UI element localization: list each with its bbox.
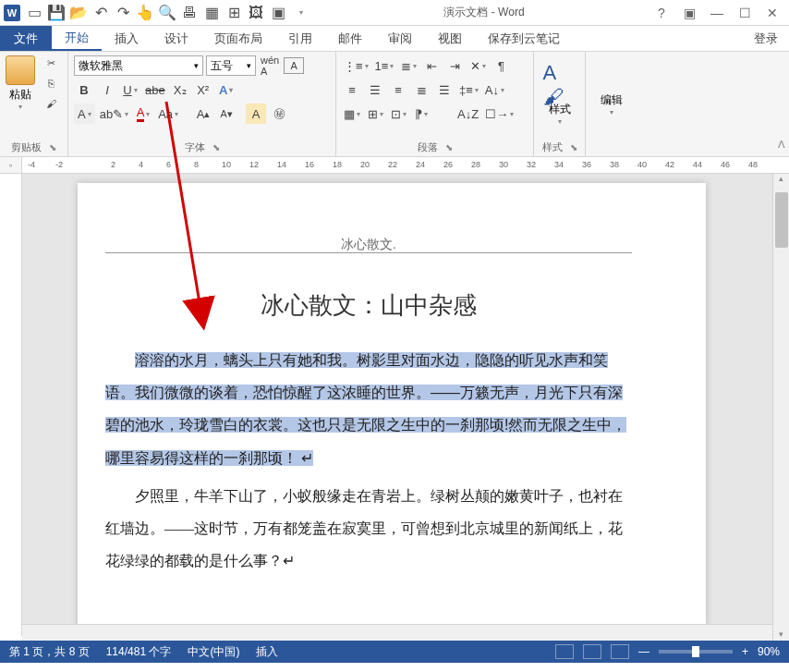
table2-icon[interactable]: ⊞ — [225, 5, 242, 21]
undo-icon[interactable]: ↶ — [92, 5, 109, 21]
picture-icon[interactable]: 🖼 — [248, 5, 264, 21]
tab-insert[interactable]: 插入 — [102, 26, 152, 51]
format-painter-icon[interactable]: 🖌 — [42, 96, 59, 111]
horizontal-ruler[interactable]: ▫ -4-22468101214161820222426283032343638… — [0, 157, 789, 174]
styles-launcher[interactable]: ⬊ — [570, 142, 577, 153]
char-shading-button[interactable]: A — [74, 104, 95, 124]
open-icon[interactable]: 📂 — [70, 5, 87, 21]
collapse-ribbon-icon[interactable]: ᐱ — [778, 139, 785, 151]
increase-indent-button[interactable]: ⇥ — [444, 55, 465, 76]
shading-button[interactable]: ▦ — [342, 104, 362, 124]
vertical-ruler[interactable] — [0, 174, 22, 636]
document-area: 冰心散文. 冰心散文：山中杂感 溶溶的水月，螭头上只有她和我。树影里对面水边，隐… — [0, 174, 789, 636]
qat-more-icon[interactable] — [292, 5, 309, 21]
document-page[interactable]: 冰心散文. 冰心散文：山中杂感 溶溶的水月，螭头上只有她和我。树影里对面水边，隐… — [78, 183, 706, 636]
font-name-select[interactable]: 微软雅黑▾ — [74, 55, 203, 76]
multilevel-button[interactable]: ≣ — [398, 55, 419, 76]
save-icon[interactable]: 💾 — [48, 5, 65, 21]
quick-print-icon[interactable]: 🖶 — [181, 5, 198, 21]
paragraph-launcher[interactable]: ⬊ — [445, 142, 453, 153]
ruler-corner[interactable]: ▫ — [0, 157, 22, 174]
change-case-button[interactable]: Aa — [156, 104, 180, 124]
view-print-icon[interactable] — [583, 644, 601, 659]
ribbon-options-icon[interactable]: ▣ — [682, 6, 697, 20]
font-launcher[interactable]: ⬊ — [212, 142, 220, 153]
status-page[interactable]: 第 1 页，共 8 页 — [9, 644, 90, 660]
shrink-font-button[interactable]: A▾ — [216, 104, 237, 124]
bold-button[interactable]: B — [74, 79, 94, 100]
italic-button[interactable]: I — [97, 79, 117, 100]
cut-icon[interactable]: ✂ — [42, 55, 59, 70]
paste-icon[interactable] — [6, 55, 35, 85]
phonetic-guide-icon[interactable]: wénA — [259, 55, 281, 76]
enclose-char-button[interactable]: ㊙ — [269, 104, 289, 124]
show-marks-button[interactable]: ¶ — [491, 55, 511, 76]
subscript-button[interactable]: X₂ — [170, 79, 190, 100]
status-bar: 第 1 页，共 8 页 114/481 个字 中文(中国) 插入 — + 90% — [0, 641, 789, 663]
maximize-icon[interactable]: ☐ — [737, 6, 752, 20]
tab-review[interactable]: 审阅 — [375, 26, 425, 51]
scroll-thumb[interactable] — [775, 192, 788, 248]
redo-icon[interactable]: ↷ — [115, 5, 131, 21]
numbering-button[interactable]: 1≡ — [373, 55, 396, 76]
copy-icon[interactable]: ⎘ — [42, 76, 59, 91]
tab-mailings[interactable]: 邮件 — [325, 26, 375, 51]
tab-references[interactable]: 引用 — [275, 26, 325, 51]
char-border-icon[interactable]: A — [284, 57, 304, 74]
decrease-indent-button[interactable]: ⇤ — [421, 55, 442, 76]
status-mode[interactable]: 插入 — [256, 644, 278, 660]
styles-button[interactable]: A🖌 样式 ▾ — [540, 55, 579, 139]
vertical-scrollbar[interactable]: ▴ ▾ — [772, 174, 789, 641]
grow-font-button[interactable]: A▴ — [193, 104, 213, 124]
select-button[interactable]: ☐→ — [483, 104, 516, 124]
clear-format-button[interactable]: A — [246, 104, 266, 124]
align-distribute-button[interactable]: ☰ — [434, 79, 455, 100]
tab-view[interactable]: 视图 — [425, 26, 475, 51]
tab-layout[interactable]: 页面布局 — [201, 26, 275, 51]
align-justify-button[interactable]: ≣ — [411, 79, 431, 100]
tab-home[interactable]: 开始 — [52, 26, 102, 51]
align-left-button[interactable]: ≡ — [342, 79, 362, 100]
new-icon[interactable]: ▭ — [26, 5, 42, 21]
help-icon[interactable]: ? — [654, 6, 669, 20]
strikethrough-button[interactable]: abe — [143, 79, 167, 100]
clipboard-launcher[interactable]: ⬊ — [49, 142, 56, 153]
snap-grid-button[interactable]: ⊡ — [388, 104, 408, 124]
editing-button[interactable]: 编辑 ▾ — [601, 92, 623, 116]
textbox-icon[interactable]: ▣ — [270, 5, 286, 21]
line-spacing-button[interactable]: ‡≡ — [457, 79, 480, 100]
zoom-in-button[interactable]: + — [742, 645, 748, 658]
superscript-button[interactable]: X² — [193, 79, 213, 100]
underline-button[interactable]: U — [120, 79, 140, 100]
view-read-icon[interactable] — [555, 644, 574, 659]
table-icon[interactable]: ▦ — [203, 5, 220, 21]
status-words[interactable]: 114/481 个字 — [106, 644, 172, 660]
asian-layout-button[interactable]: ✕ — [467, 55, 488, 76]
align-center-button[interactable]: ☰ — [365, 79, 385, 100]
tab-design[interactable]: 设计 — [152, 26, 201, 51]
zoom-level[interactable]: 90% — [758, 645, 780, 658]
login-link[interactable]: 登录 — [743, 26, 789, 51]
status-lang[interactable]: 中文(中国) — [188, 644, 239, 660]
view-web-icon[interactable] — [611, 644, 629, 659]
zoom-slider[interactable] — [659, 650, 733, 654]
highlight-button[interactable]: ab✎ — [98, 104, 130, 124]
align-right-button[interactable]: ≡ — [388, 79, 408, 100]
minimize-icon[interactable]: — — [710, 6, 724, 20]
horizontal-scrollbar[interactable] — [22, 624, 772, 641]
touch-icon[interactable]: 👆 — [137, 5, 153, 21]
zoom-out-button[interactable]: — — [638, 645, 649, 658]
para-settings-button[interactable]: ⁋ — [411, 104, 431, 124]
print-preview-icon[interactable]: 🔍 — [159, 5, 176, 21]
text-effects-button[interactable]: A — [216, 79, 237, 100]
bullets-button[interactable]: ⋮≡ — [342, 55, 370, 76]
sort-button[interactable]: A↓ — [483, 79, 506, 100]
font-size-select[interactable]: 五号▾ — [206, 55, 256, 76]
paste-button[interactable]: 粘贴 — [9, 87, 31, 103]
borders-button[interactable]: ⊞ — [365, 104, 385, 124]
font-color-button[interactable]: A — [133, 104, 153, 124]
sort-az-button[interactable]: A↓Z — [455, 104, 480, 124]
tab-cloud[interactable]: 保存到云笔记 — [475, 26, 573, 51]
close-icon[interactable]: ✕ — [765, 6, 780, 20]
tab-file[interactable]: 文件 — [0, 26, 52, 51]
